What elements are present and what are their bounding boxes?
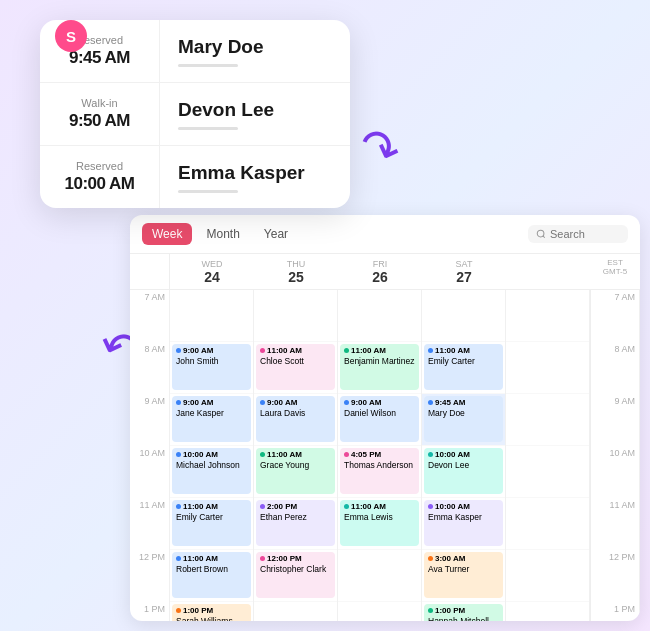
wed-11am[interactable]: 11:00 AM Emily Carter bbox=[170, 498, 253, 550]
event-fri-11am[interactable]: 11:00 AM Emma Lewis bbox=[340, 500, 419, 546]
time-9am: 9 AM bbox=[130, 394, 170, 446]
calendar-days-header: WED 24 THU 25 FRI 26 SAT 27 ESTGMT-5 bbox=[130, 254, 640, 290]
event-wed-8am[interactable]: 9:00 AM John Smith bbox=[172, 344, 251, 390]
arrow-right-icon: ↷ bbox=[352, 115, 409, 181]
time-10am: 10 AM bbox=[130, 446, 170, 498]
fri-1pm[interactable] bbox=[338, 602, 421, 621]
col-sat: 11:00 AM Emily Carter 9:45 AM Mary Doe 1… bbox=[422, 290, 506, 621]
calendar-header: Week Month Year bbox=[130, 215, 640, 254]
event-sat-12pm[interactable]: 3:00 AM Ava Turner bbox=[424, 552, 503, 598]
apt-name-1: Mary Doe bbox=[178, 36, 332, 58]
day-header-fri: FRI 26 bbox=[338, 254, 422, 289]
fri-12pm[interactable] bbox=[338, 550, 421, 602]
event-thu-9am[interactable]: 9:00 AM Laura Davis bbox=[256, 396, 335, 442]
sat-7am[interactable] bbox=[422, 290, 505, 342]
thu-12pm[interactable]: 12:00 PM Christopher Clark bbox=[254, 550, 337, 602]
apt-time-2: Walk-in 9:50 AM bbox=[40, 83, 160, 145]
sat-11am[interactable]: 10:00 AM Emma Kasper bbox=[422, 498, 505, 550]
tab-year[interactable]: Year bbox=[254, 223, 298, 245]
apt-name-col-1: Mary Doe bbox=[160, 20, 350, 82]
wed-1pm[interactable]: 1:00 PM Sarah Williams bbox=[170, 602, 253, 621]
svg-line-1 bbox=[543, 236, 545, 238]
event-wed-11am-2[interactable]: 11:00 AM Robert Brown bbox=[172, 552, 251, 598]
tab-month[interactable]: Month bbox=[196, 223, 249, 245]
thu-11am[interactable]: 2:00 PM Ethan Perez bbox=[254, 498, 337, 550]
svg-point-0 bbox=[537, 230, 544, 237]
search-icon bbox=[536, 229, 546, 239]
time-11am: 11 AM bbox=[130, 498, 170, 550]
day-header-empty1 bbox=[506, 254, 590, 289]
calendar-panel: Week Month Year WED 24 THU 25 FRI 26 SAT… bbox=[130, 215, 640, 621]
day-header-sat: SAT 27 bbox=[422, 254, 506, 289]
sat-12pm[interactable]: 3:00 AM Ava Turner bbox=[422, 550, 505, 602]
event-thu-8am[interactable]: 11:00 AM Chloe Scott bbox=[256, 344, 335, 390]
event-thu-12pm[interactable]: 12:00 PM Christopher Clark bbox=[256, 552, 335, 598]
appointment-row-3[interactable]: Reserved 10:00 AM Emma Kasper bbox=[40, 146, 350, 208]
thu-7am[interactable] bbox=[254, 290, 337, 342]
event-sat-10am[interactable]: 10:00 AM Devon Lee bbox=[424, 448, 503, 494]
apt-name-2: Devon Lee bbox=[178, 99, 332, 121]
tz-right-column: 7 AM 8 AM 9 AM 10 AM 11 AM 12 PM 1 PM 2 … bbox=[590, 290, 640, 621]
wed-8am[interactable]: 9:00 AM John Smith bbox=[170, 342, 253, 394]
sat-10am[interactable]: 10:00 AM Devon Lee bbox=[422, 446, 505, 498]
apt-type-3: Reserved bbox=[76, 160, 123, 172]
day-header-thu: THU 25 bbox=[254, 254, 338, 289]
fri-11am[interactable]: 11:00 AM Emma Lewis bbox=[338, 498, 421, 550]
wed-9am[interactable]: 9:00 AM Jane Kasper bbox=[170, 394, 253, 446]
event-wed-10am[interactable]: 10:00 AM Michael Johnson bbox=[172, 448, 251, 494]
thu-9am[interactable]: 9:00 AM Laura Davis bbox=[254, 394, 337, 446]
col-thu: 11:00 AM Chloe Scott 9:00 AM Laura Davis… bbox=[254, 290, 338, 621]
wed-12pm[interactable]: 11:00 AM Robert Brown bbox=[170, 550, 253, 602]
thu-1pm[interactable] bbox=[254, 602, 337, 621]
apt-time-val-2: 9:50 AM bbox=[69, 111, 130, 131]
apt-time-3: Reserved 10:00 AM bbox=[40, 146, 160, 208]
event-sat-9am[interactable]: 9:45 AM Mary Doe bbox=[424, 396, 503, 442]
event-wed-1pm[interactable]: 1:00 PM Sarah Williams bbox=[172, 604, 251, 621]
apt-line-1 bbox=[178, 64, 238, 67]
event-wed-11am-1[interactable]: 11:00 AM Emily Carter bbox=[172, 500, 251, 546]
time-7am: 7 AM bbox=[130, 290, 170, 342]
calendar-body: 7 AM 8 AM 9 AM 10 AM 11 AM 12 PM 1 PM 2 … bbox=[130, 290, 640, 621]
avatar: S bbox=[55, 20, 87, 52]
col-fri: 11:00 AM Benjamin Martinez 9:00 AM Danie… bbox=[338, 290, 422, 621]
tab-week[interactable]: Week bbox=[142, 223, 192, 245]
fri-10am[interactable]: 4:05 PM Thomas Anderson bbox=[338, 446, 421, 498]
fri-8am[interactable]: 11:00 AM Benjamin Martinez bbox=[338, 342, 421, 394]
appointment-row-1[interactable]: Reserved 9:45 AM Mary Doe bbox=[40, 20, 350, 83]
event-sat-11am[interactable]: 10:00 AM Emma Kasper bbox=[424, 500, 503, 546]
time-1pm: 1 PM bbox=[130, 602, 170, 621]
search-box[interactable] bbox=[528, 225, 628, 243]
event-thu-10am[interactable]: 11:00 AM Grace Young bbox=[256, 448, 335, 494]
event-wed-9am[interactable]: 9:00 AM Jane Kasper bbox=[172, 396, 251, 442]
time-12pm: 12 PM bbox=[130, 550, 170, 602]
wed-7am[interactable] bbox=[170, 290, 253, 342]
fri-9am[interactable]: 9:00 AM Daniel Wilson bbox=[338, 394, 421, 446]
sat-8am[interactable]: 11:00 AM Emily Carter bbox=[422, 342, 505, 394]
event-sat-8am[interactable]: 11:00 AM Emily Carter bbox=[424, 344, 503, 390]
apt-line-3 bbox=[178, 190, 238, 193]
event-fri-10am[interactable]: 4:05 PM Thomas Anderson bbox=[340, 448, 419, 494]
event-fri-8am[interactable]: 11:00 AM Benjamin Martinez bbox=[340, 344, 419, 390]
timezone-label: ESTGMT-5 bbox=[590, 254, 640, 289]
apt-time-val-1: 9:45 AM bbox=[69, 48, 130, 68]
time-8am: 8 AM bbox=[130, 342, 170, 394]
day-header-wed: WED 24 bbox=[170, 254, 254, 289]
appointment-card: Reserved 9:45 AM Mary Doe Walk-in 9:50 A… bbox=[40, 20, 350, 208]
appointment-row-2[interactable]: Walk-in 9:50 AM Devon Lee bbox=[40, 83, 350, 146]
fri-7am[interactable] bbox=[338, 290, 421, 342]
apt-name-3: Emma Kasper bbox=[178, 162, 332, 184]
apt-name-col-2: Devon Lee bbox=[160, 83, 350, 145]
thu-10am[interactable]: 11:00 AM Grace Young bbox=[254, 446, 337, 498]
sat-9am[interactable]: 9:45 AM Mary Doe bbox=[422, 394, 505, 446]
col-extra bbox=[506, 290, 590, 621]
event-sat-1pm[interactable]: 1:00 PM Hannah Mitchell bbox=[424, 604, 503, 621]
search-input[interactable] bbox=[550, 228, 620, 240]
wed-10am[interactable]: 10:00 AM Michael Johnson bbox=[170, 446, 253, 498]
avatar-letter: S bbox=[66, 28, 76, 45]
event-fri-9am[interactable]: 9:00 AM Daniel Wilson bbox=[340, 396, 419, 442]
event-thu-11am[interactable]: 2:00 PM Ethan Perez bbox=[256, 500, 335, 546]
sat-1pm[interactable]: 1:00 PM Hannah Mitchell bbox=[422, 602, 505, 621]
thu-8am[interactable]: 11:00 AM Chloe Scott bbox=[254, 342, 337, 394]
apt-line-2 bbox=[178, 127, 238, 130]
apt-type-2: Walk-in bbox=[81, 97, 117, 109]
